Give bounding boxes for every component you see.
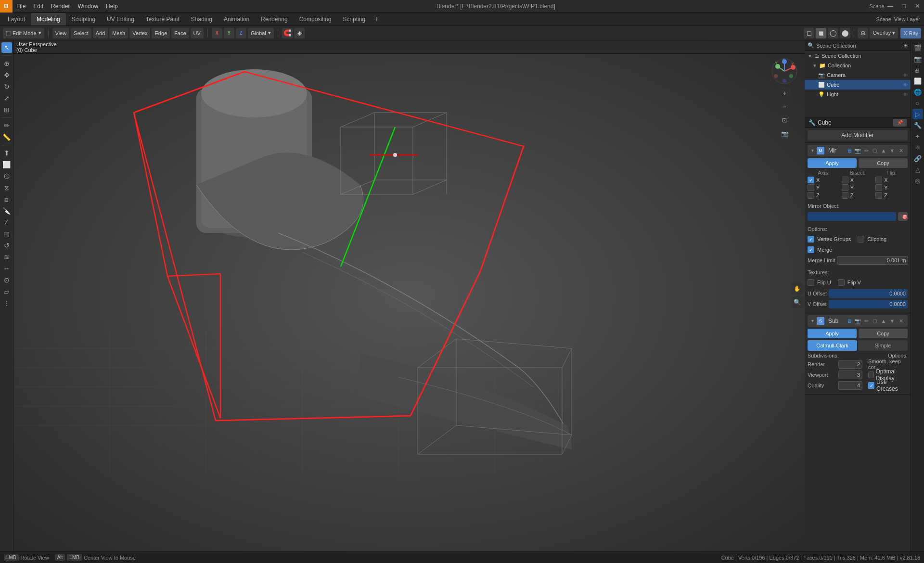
flip-v-checkbox[interactable] — [838, 279, 845, 286]
tool-smooth-vertex[interactable]: ≋ — [1, 252, 12, 262]
tool-inset[interactable]: ⬜ — [1, 159, 12, 170]
render-props-icon[interactable]: 📷 — [912, 53, 923, 64]
tool-loop-cut[interactable]: ⧖ — [1, 182, 12, 193]
light-visibility[interactable]: 👁 — [903, 92, 908, 97]
particles-icon[interactable]: ✦ — [912, 131, 923, 141]
tool-measure[interactable]: 📏 — [1, 132, 12, 142]
tool-bisect[interactable]: ∕ — [1, 217, 12, 228]
subdiv-apply-button[interactable]: Apply — [808, 329, 857, 338]
world-props-icon[interactable]: ○ — [912, 98, 923, 108]
merge-checkbox[interactable]: ✓ — [808, 246, 814, 253]
mirror-edit-icon[interactable]: ✏ — [862, 147, 870, 154]
flip-u-checkbox[interactable] — [808, 279, 814, 286]
outliner-item-cube[interactable]: ⬜ Cube 👁 — [805, 80, 911, 90]
tab-scripting[interactable]: Scripting — [337, 13, 371, 26]
mirror-close-icon[interactable]: ✕ — [897, 147, 905, 154]
scene-label[interactable]: Scene — [876, 16, 891, 22]
flip-x-checkbox[interactable] — [875, 177, 882, 183]
properties-pin-button[interactable]: 📌 — [893, 119, 907, 127]
menu-edit[interactable]: Edit — [29, 0, 47, 12]
bisect-z-checkbox[interactable] — [842, 192, 848, 199]
outliner-item-collection[interactable]: ▼ 📁 Collection — [805, 61, 911, 70]
subdiv-up-icon[interactable]: ▲ — [880, 317, 887, 325]
output-props-icon[interactable]: 🖨 — [912, 64, 923, 75]
gizmo-toggle[interactable]: ⊕ — [858, 28, 868, 38]
axis-gizmo[interactable]: X Y Z — [771, 58, 798, 85]
mirror-render-icon[interactable]: 📷 — [854, 147, 861, 154]
flip-z-checkbox[interactable] — [875, 192, 882, 199]
tool-rotate[interactable]: ↻ — [1, 81, 12, 92]
axis-x-checkbox[interactable]: ✓ — [808, 177, 814, 183]
catmull-clark-button[interactable]: Catmull-Clark — [808, 340, 857, 351]
render-value-field[interactable] — [838, 360, 862, 369]
tool-rip[interactable]: ⋮ — [1, 298, 12, 308]
constraints-icon[interactable]: 🔗 — [912, 153, 923, 164]
menu-help[interactable]: Help — [102, 0, 122, 12]
axis-y-checkbox[interactable] — [808, 184, 814, 191]
tool-shrink[interactable]: ⊙ — [1, 275, 12, 285]
mirror-realtime-icon[interactable]: 🖥 — [845, 147, 853, 154]
mesh-button[interactable]: Mesh — [109, 28, 128, 38]
maximize-button[interactable]: □ — [897, 0, 911, 13]
tool-spin[interactable]: ↺ — [1, 240, 12, 251]
tool-extrude[interactable]: ⬆ — [1, 148, 12, 158]
view-button[interactable]: View — [52, 28, 70, 38]
zoom-out-button[interactable]: − — [779, 101, 790, 113]
tab-sculpting[interactable]: Sculpting — [66, 13, 101, 26]
subdiv-render-icon[interactable]: 📷 — [854, 317, 861, 325]
add-workspace-button[interactable]: + — [371, 14, 382, 25]
subdiv-down-icon[interactable]: ▼ — [888, 317, 896, 325]
select-button[interactable]: Select — [71, 28, 91, 38]
tool-edge-slide[interactable]: ↔ — [1, 263, 12, 274]
use-creases-checkbox[interactable]: ✓ — [868, 382, 874, 389]
tool-scale[interactable]: ⤢ — [1, 93, 12, 103]
face-button[interactable]: Face — [171, 28, 189, 38]
close-button[interactable]: ✕ — [911, 0, 924, 13]
subdiv-modifier-header[interactable]: ▼ S Sub 🖥 📷 ✏ ⬡ ▲ ▼ ✕ — [808, 315, 908, 327]
zoom-scroll-button[interactable]: 🔍 — [791, 296, 803, 308]
axis-z-checkbox[interactable] — [808, 192, 814, 199]
subdiv-edit-icon[interactable]: ✏ — [862, 317, 870, 325]
tab-compositing[interactable]: Compositing — [294, 13, 337, 26]
outliner-filter-icon[interactable]: 🔍 — [808, 42, 814, 49]
menu-window[interactable]: Window — [74, 0, 102, 12]
u-offset-field[interactable] — [829, 289, 908, 298]
scene-settings-icon[interactable]: 🌐 — [912, 87, 923, 97]
viewport-shading-render[interactable]: ⬤ — [840, 28, 850, 38]
pan-button[interactable]: ✋ — [791, 283, 803, 294]
snap-magnet-icon[interactable]: 🧲 — [282, 28, 293, 38]
zoom-fit-button[interactable]: ⊡ — [779, 115, 790, 126]
add-button[interactable]: Add — [93, 28, 108, 38]
flip-y-checkbox[interactable] — [875, 184, 882, 191]
transform-z-icon[interactable]: Z — [236, 28, 246, 38]
mirror-apply-button[interactable]: Apply — [808, 158, 857, 168]
tab-uv-editing[interactable]: UV Editing — [101, 13, 140, 26]
object-data-icon[interactable]: △ — [912, 164, 923, 175]
tab-modeling[interactable]: Modeling — [31, 13, 66, 26]
v-offset-field[interactable] — [829, 300, 908, 308]
mirror-modifier-header[interactable]: ▼ M Mir 🖥 📷 ✏ ⬡ ▲ ▼ ✕ — [808, 145, 908, 156]
camera-visibility[interactable]: 👁 — [903, 73, 908, 78]
transform-dropdown[interactable]: Global ▾ — [248, 28, 274, 38]
tab-layout[interactable]: Layout — [2, 13, 31, 26]
minimize-button[interactable]: — — [884, 0, 897, 13]
tool-knife[interactable]: 🔪 — [1, 205, 12, 216]
material-icon[interactable]: ◎ — [912, 175, 923, 186]
mirror-cage-icon[interactable]: ⬡ — [871, 147, 879, 154]
snap-options-icon[interactable]: ◈ — [294, 28, 305, 38]
mirror-object-pick-button[interactable]: 🎯 — [898, 212, 908, 221]
view-layer-props-icon[interactable]: ⬜ — [912, 76, 923, 86]
modifier-props-icon[interactable]: 🔧 — [912, 120, 923, 130]
tool-poly-build[interactable]: ▦ — [1, 229, 12, 239]
outliner-options-icon[interactable]: ⊞ — [903, 42, 908, 49]
mirror-object-field[interactable] — [808, 212, 896, 221]
tool-shear[interactable]: ▱ — [1, 286, 12, 297]
transform-x-icon[interactable]: X — [212, 28, 222, 38]
tab-shading[interactable]: Shading — [185, 13, 218, 26]
bisect-x-checkbox[interactable] — [842, 177, 848, 183]
merge-limit-field[interactable] — [837, 256, 908, 265]
viewport-shading-material[interactable]: ◯ — [828, 28, 838, 38]
zoom-in-button[interactable]: + — [779, 88, 790, 99]
cube-visibility[interactable]: 👁 — [903, 82, 908, 88]
overlay-button[interactable]: Overlay ▾ — [870, 28, 898, 38]
